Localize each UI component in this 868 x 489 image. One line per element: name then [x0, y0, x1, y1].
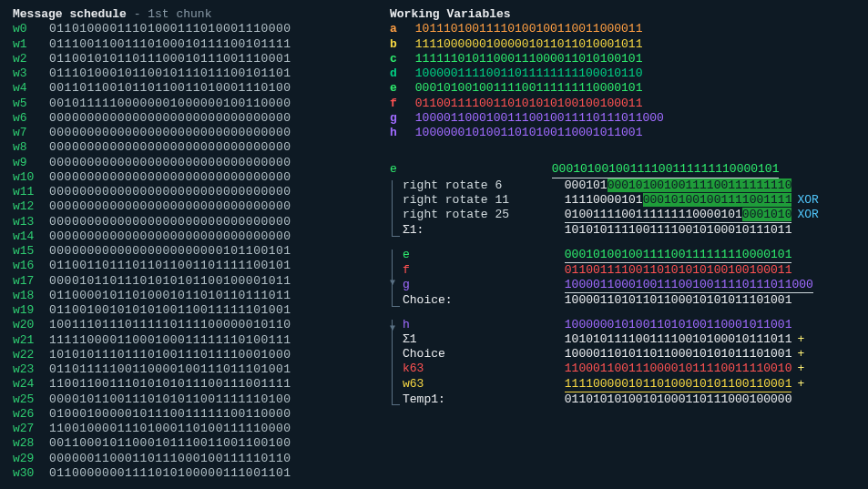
message-word-row: w2210101011101110100111011110001000 [13, 348, 386, 362]
e-label: e [390, 162, 545, 177]
message-word-row: w1901100100101010100110011111101001 [13, 303, 386, 318]
message-schedule-panel: Message schedule - 1st chunk w0011010000… [13, 7, 386, 481]
working-var-row: c 11111101011000111000011010100101 [390, 52, 855, 66]
message-word-row: w2111111000011000100011111110100111 [13, 333, 386, 348]
word-label: w17 [13, 274, 49, 289]
working-var-row: b 11110000001000001011011010001011 [390, 37, 855, 52]
message-word-row: w600000000000000000000000000000000 [13, 111, 386, 126]
message-word-row: w2010011101110111110111100000010110 [13, 318, 386, 332]
word-label: w18 [13, 289, 49, 303]
word-bits: 10101011101110100111011110001000 [49, 348, 291, 362]
choice-label: Choice: [403, 293, 557, 308]
working-var-row: a 10111010011110100100110011000011 [390, 22, 855, 36]
word-label: w21 [13, 333, 49, 348]
message-word-row: w3001100000001111010100000111001101 [13, 466, 386, 481]
word-label: w27 [13, 422, 49, 436]
e-label-2: e [403, 248, 557, 262]
word-label: w0 [13, 22, 49, 36]
f-bits: 01100111100110101010100100100011 [565, 263, 792, 278]
k63-bits: 11000110011100001011110011110010 [565, 362, 792, 376]
message-word-row: w400110110010110110011010001110100 [13, 81, 386, 96]
word-label: w16 [13, 259, 49, 273]
w63-label: w63 [403, 377, 557, 392]
word-label: w2 [13, 52, 49, 66]
word-bits: 00000000000000000000000000000000 [49, 199, 291, 213]
working-var-row: g 10000110001001110010011110111011000 [390, 111, 855, 126]
message-word-row: w1700001011011101010101100100001011 [13, 274, 386, 289]
word-label: w9 [13, 156, 49, 170]
working-var-bits: 10000110001001110010011110111011000 [415, 111, 664, 125]
message-schedule-title: Message schedule - 1st chunk [13, 7, 386, 22]
working-var-label: b [390, 37, 408, 52]
word-label: w25 [13, 392, 49, 407]
sigma1-row-bits: 10101011110011110010100010111011 [565, 332, 792, 347]
arrow-down-icon: ▼ [390, 323, 395, 335]
word-label: w1 [13, 37, 49, 52]
word-bits: 01100000001111010100000111001101 [49, 466, 291, 480]
rot6-label: right rotate 6 [403, 178, 557, 193]
working-var-row: h 10000001010011010100110001011001 [390, 126, 855, 140]
word-bits: 00101111100000001000000100110000 [49, 97, 291, 110]
working-var-bits: 11110000001000001011011010001011 [415, 37, 643, 51]
plus-op: + [797, 347, 804, 361]
e-bits-2: 00010100100111100111111110000101 [565, 248, 792, 263]
message-word-row: w2601000100000101110011111100110000 [13, 407, 386, 422]
word-label: w8 [13, 140, 49, 155]
temp1-bits: 01101010100101000110111000100000 [565, 392, 792, 407]
f-label: f [403, 263, 557, 278]
rot11-label: right rotate 11 [403, 193, 557, 208]
word-label: w13 [13, 215, 49, 229]
rot25-bits: 01001111001111111100001010001010 [565, 208, 792, 223]
working-var-label: a [390, 22, 408, 36]
message-word-row: w2800110001011000101110011001100100 [13, 436, 386, 451]
word-bits: 11111000011000100011111110100111 [49, 333, 291, 347]
working-var-label: g [390, 111, 408, 126]
word-label: w14 [13, 229, 49, 244]
word-bits: 01000100000101110011111100110000 [49, 407, 291, 421]
word-label: w6 [13, 111, 49, 126]
word-bits: 00110001011000101110011001100100 [49, 436, 291, 450]
working-var-label: d [390, 66, 408, 81]
word-bits: 01100100101010100110011111101001 [49, 303, 291, 317]
message-word-row: w1000000000000000000000000000000000 [13, 170, 386, 185]
h-label: h [403, 318, 557, 332]
rot25-label: right rotate 25 [403, 208, 557, 222]
word-label: w24 [13, 377, 49, 392]
word-label: w10 [13, 170, 49, 185]
message-word-row: w2500001011001110101011001111110100 [13, 392, 386, 407]
word-label: w19 [13, 303, 49, 318]
computation-block: e 00010100100111100111111110000101 right… [390, 162, 855, 407]
word-bits: 01100001011010001011010110111011 [49, 289, 291, 302]
working-var-label: f [390, 97, 408, 111]
word-bits: 01110011001110100010111100101111 [49, 37, 291, 51]
word-bits: 00110110010110110011010001110100 [49, 81, 291, 95]
bracket-icon [392, 180, 400, 237]
working-var-bits: 10111010011110100100110011000011 [415, 22, 643, 36]
word-bits: 01101000011101000111010001110000 [49, 22, 291, 36]
word-bits: 00000000000000000000000000000000 [49, 229, 291, 243]
sigma1-row-label: Σ1 [403, 332, 557, 347]
word-label: w15 [13, 244, 49, 259]
plus-op: + [797, 377, 804, 391]
word-label: w11 [13, 185, 49, 199]
word-bits: 01110100010110010111011100101101 [49, 66, 291, 80]
message-word-row: w001101000011101000111010001110000 [13, 22, 386, 36]
word-bits: 01100101011011100010111001110001 [49, 52, 291, 66]
word-label: w29 [13, 452, 49, 466]
xor-op: XOR [797, 193, 818, 207]
g-label: g [403, 278, 557, 292]
rot11-bits: 11110000101000101001001111001111 [565, 193, 792, 208]
working-var-bits: 11111101011000111000011010100101 [415, 52, 643, 66]
sigma1-bits: 10101011110011110010100010111011 [565, 223, 792, 238]
k63-label: k63 [403, 362, 557, 376]
working-var-bits: 00010100100111100111111110000101 [415, 81, 643, 95]
message-word-row: w1801100001011010001011010110111011 [13, 289, 386, 303]
h-bits: 10000001010011010100110001011001 [565, 318, 792, 332]
message-word-row: w101110011001110100010111100101111 [13, 37, 386, 52]
message-word-row: w2900000011000110111000100111110110 [13, 452, 386, 466]
working-var-bits: 10000011110011011111111100010110 [415, 66, 643, 80]
message-word-row: w2711001000011101000110100111110000 [13, 422, 386, 436]
word-bits: 01101111100110000100111011101001 [49, 362, 291, 376]
plus-op: + [797, 362, 804, 375]
rot6-bits: 00010100010100100111100111111110 [565, 178, 792, 193]
